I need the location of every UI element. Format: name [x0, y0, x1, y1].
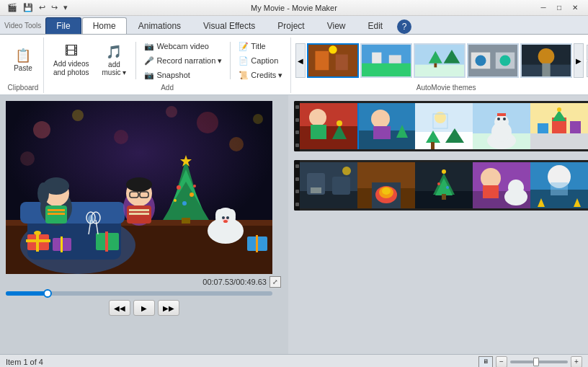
add-videos-icon: 🎞 [65, 45, 78, 58]
svg-rect-5 [362, 63, 411, 77]
themes-area [307, 43, 572, 78]
undo-icon[interactable]: ↩ [37, 2, 47, 13]
monitor-icon[interactable]: 🖥 [478, 356, 493, 368]
tab-edit[interactable]: Edit [357, 17, 394, 34]
film-frame-6[interactable] [300, 162, 357, 208]
credits-button[interactable]: 📜 Credits ▾ [235, 68, 286, 82]
divider1 [135, 42, 136, 79]
paste-label: Paste [14, 64, 32, 72]
svg-point-58 [182, 201, 187, 205]
seek-bar[interactable] [6, 291, 272, 296]
zoom-thumb [533, 358, 539, 366]
theme-3[interactable] [414, 43, 466, 78]
tab-animations[interactable]: Animations [128, 17, 192, 34]
snapshot-button[interactable]: 📷 Snapshot [141, 68, 226, 82]
minimize-button[interactable]: ─ [536, 2, 551, 14]
ribbon: 📋 Paste Clipboard 🎞 Add videosand photos… [0, 35, 588, 95]
svg-rect-80 [256, 235, 258, 252]
themes-scroll-left[interactable]: ◀ [295, 43, 306, 78]
title-button[interactable]: 📝 Title [235, 40, 286, 53]
film-frame-4[interactable] [473, 103, 530, 149]
help-button[interactable]: ? [397, 19, 411, 34]
redo-icon[interactable]: ↪ [50, 2, 59, 13]
svg-point-109 [497, 118, 500, 120]
zoom-in-button[interactable]: + [571, 356, 582, 368]
svg-point-137 [446, 186, 449, 189]
zoom-out-button[interactable]: − [496, 356, 507, 368]
film-frame-9[interactable] [473, 162, 530, 208]
svg-rect-35 [20, 202, 125, 224]
paste-button[interactable]: 📋 Paste [7, 39, 39, 82]
tab-visual-effects[interactable]: Visual Effects [192, 17, 266, 34]
theme-2[interactable] [360, 43, 412, 78]
tab-bar: Video Tools File Home Animations Visual … [0, 16, 588, 35]
film-frame-7[interactable] [357, 162, 415, 208]
svg-point-17 [500, 55, 511, 66]
theme-1[interactable] [307, 43, 359, 78]
status-bar: Item 1 of 4 🖥 − + [0, 354, 588, 367]
ribbon-group-themes: ◀ [291, 37, 588, 93]
svg-point-130 [382, 187, 391, 195]
clipboard-row: 📋 Paste [7, 39, 39, 82]
theme-5[interactable] [520, 43, 572, 78]
tab-project[interactable]: Project [267, 17, 315, 34]
timeline-panel [288, 95, 588, 354]
svg-point-30 [20, 151, 35, 166]
tab-view[interactable]: View [316, 17, 357, 34]
svg-rect-116 [570, 121, 581, 133]
title-icon: 📝 [239, 42, 249, 51]
credits-label: Credits [251, 71, 276, 79]
svg-point-88 [309, 109, 326, 126]
svg-rect-7 [389, 55, 401, 63]
svg-point-108 [494, 115, 509, 129]
film-frame-10[interactable] [530, 162, 588, 208]
tab-home[interactable]: Home [82, 17, 127, 34]
sprocket [295, 177, 299, 181]
sprocket [295, 143, 299, 147]
video-preview [6, 101, 272, 274]
record-narration-button[interactable]: 🎤 Record narration ▾ [141, 54, 226, 68]
fast-forward-button[interactable]: ▶▶ [158, 300, 179, 316]
sprocket [295, 105, 299, 109]
more-icon[interactable]: ▾ [62, 2, 69, 13]
webcam-button[interactable]: 📷 Webcam video [141, 40, 226, 53]
add-videos-button[interactable]: 🎞 Add videosand photos [48, 39, 94, 82]
film-frame-3[interactable] [415, 103, 473, 149]
video-frame [6, 101, 272, 274]
play-icon: ▶ [141, 304, 147, 312]
themes-row: ◀ [295, 39, 588, 82]
themes-label: AutoMovie themes [295, 82, 588, 92]
caption-button[interactable]: 📄 Caption [235, 54, 286, 68]
close-button[interactable]: ✕ [568, 2, 582, 14]
zoom-slider[interactable] [510, 361, 568, 363]
svg-point-138 [442, 169, 446, 174]
save-icon[interactable]: 💾 [22, 2, 35, 13]
svg-rect-1 [316, 51, 329, 70]
record-label: Record narration [156, 56, 215, 65]
add-music-button[interactable]: 🎵 addmusic ▾ [97, 39, 132, 82]
film-frame-5[interactable] [530, 103, 588, 149]
film-frame-8[interactable] [415, 162, 473, 208]
film-frame-1[interactable] [300, 103, 357, 149]
film-edge-left-2 [294, 160, 300, 211]
svg-rect-115 [538, 123, 548, 133]
svg-point-60 [174, 199, 177, 202]
maximize-button[interactable]: □ [552, 2, 566, 14]
theme-4[interactable] [467, 43, 519, 78]
svg-rect-9 [415, 65, 464, 77]
svg-rect-95 [373, 126, 391, 139]
text-col: 📝 Title 📄 Caption 📜 Credits ▾ [235, 40, 286, 82]
add-row: 🎞 Add videosand photos 🎵 addmusic ▾ 📷 We… [48, 39, 286, 82]
themes-scroll-right[interactable]: ▶ [574, 43, 584, 78]
film-frame-2[interactable] [357, 103, 415, 149]
rewind-button[interactable]: ◀◀ [109, 300, 130, 316]
svg-rect-42 [48, 213, 65, 215]
svg-point-16 [476, 55, 486, 66]
tab-file[interactable]: File [45, 17, 81, 34]
svg-rect-41 [48, 209, 65, 211]
film-strip-row-1 [294, 101, 588, 151]
svg-rect-12 [435, 63, 437, 68]
context-tab-label: Video Tools [0, 20, 45, 31]
play-button[interactable]: ▶ [133, 300, 155, 316]
fullscreen-button[interactable]: ⤢ [270, 276, 281, 288]
